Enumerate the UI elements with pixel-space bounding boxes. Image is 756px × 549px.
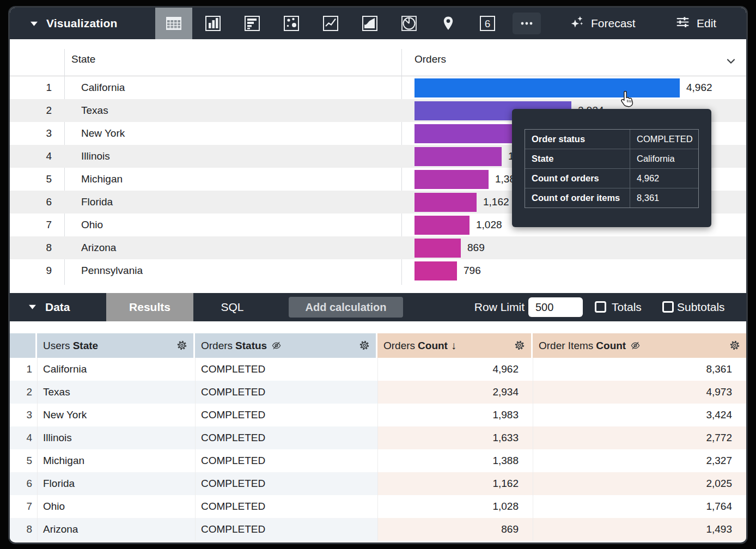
chart-type-more-options-icon[interactable] <box>508 8 545 39</box>
data-column-header-users-state[interactable]: UsersState <box>37 333 193 358</box>
viz-orders-cell: 796 <box>401 259 746 282</box>
visualization-section-toggle[interactable]: Visualization <box>30 8 118 39</box>
viz-row-index: 9 <box>10 259 64 282</box>
data-cell[interactable]: COMPLETED <box>195 381 377 404</box>
viz-state-cell[interactable]: Florida <box>64 191 401 213</box>
chart-type-single-value-icon[interactable]: 6 <box>469 8 506 39</box>
data-cell[interactable]: COMPLETED <box>195 358 377 381</box>
gear-icon[interactable] <box>358 339 370 351</box>
visualization-label: Visualization <box>46 17 118 30</box>
gear-icon[interactable] <box>729 339 741 351</box>
chart-type-line-chart-icon[interactable] <box>312 8 349 39</box>
orders-bar[interactable] <box>414 193 477 212</box>
data-cell[interactable]: COMPLETED <box>195 472 377 495</box>
data-cell[interactable]: 1,388 <box>377 449 533 472</box>
tooltip-field-value: California <box>630 149 698 168</box>
chart-type-table-icon[interactable] <box>155 8 192 39</box>
viz-row-index: 2 <box>10 99 64 122</box>
orders-column-chevron-down-icon[interactable] <box>724 54 737 68</box>
chart-type-map-icon[interactable] <box>430 8 467 39</box>
chart-type-bar-chart-icon[interactable] <box>234 8 271 39</box>
data-column-header-orders-status[interactable]: OrdersStatus <box>195 333 376 358</box>
data-table-row: 6FloridaCOMPLETED1,1622,025 <box>10 472 746 495</box>
data-cell[interactable]: 4,962 <box>377 358 533 381</box>
data-cell[interactable]: COMPLETED <box>195 426 377 449</box>
edit-button[interactable]: Edit <box>675 8 716 39</box>
data-cell[interactable]: 1,162 <box>377 472 533 495</box>
data-cell[interactable]: COMPLETED <box>195 449 377 472</box>
data-column-header-orders-count[interactable]: OrdersCount↓ <box>377 333 531 358</box>
orders-bar[interactable] <box>414 216 470 235</box>
data-cell[interactable]: COMPLETED <box>195 495 377 518</box>
viz-state-cell[interactable]: Pennsylvania <box>64 259 401 282</box>
data-cell[interactable]: New York <box>37 404 195 426</box>
data-column-header-order-items-count[interactable]: Order ItemsCount <box>533 333 746 358</box>
chart-type-area-chart-icon[interactable] <box>351 8 388 39</box>
tooltip-field-label: State <box>525 149 630 168</box>
data-cell[interactable]: 2,772 <box>533 426 746 449</box>
data-row-index: 1 <box>10 358 37 381</box>
data-cell[interactable]: 2,934 <box>377 381 533 404</box>
viz-state-cell[interactable]: Illinois <box>64 145 401 168</box>
viz-state-cell[interactable]: Ohio <box>64 213 401 236</box>
data-cell[interactable]: Ohio <box>37 495 195 518</box>
data-cell[interactable]: Texas <box>37 381 195 404</box>
data-table-row: 5MichiganCOMPLETED1,3882,327 <box>10 449 746 472</box>
data-cell[interactable]: 8,361 <box>533 358 746 381</box>
tab-sql[interactable]: SQL <box>193 293 271 321</box>
totals-checkbox[interactable] <box>595 301 606 313</box>
data-cell[interactable]: 1,764 <box>533 495 746 518</box>
chart-type-column-chart-icon[interactable] <box>194 8 231 39</box>
data-cell[interactable]: 2,327 <box>533 449 746 472</box>
data-cell[interactable]: 1,633 <box>377 426 533 449</box>
viz-state-cell[interactable]: Arizona <box>64 236 401 259</box>
data-cell[interactable]: 3,424 <box>533 404 746 426</box>
orders-bar[interactable] <box>414 170 489 189</box>
data-cell[interactable]: 1,493 <box>533 518 746 541</box>
data-cell[interactable]: 4,973 <box>533 381 746 404</box>
viz-state-cell[interactable]: Texas <box>64 99 401 122</box>
orders-bar[interactable] <box>414 124 521 143</box>
data-table-row: 7OhioCOMPLETED1,0281,764 <box>10 495 746 518</box>
data-section-toggle[interactable]: Data <box>28 293 70 321</box>
data-cell[interactable]: Michigan <box>37 449 195 472</box>
viz-row-index: 8 <box>10 236 64 259</box>
viz-state-cell[interactable]: California <box>64 76 401 99</box>
data-cell[interactable]: COMPLETED <box>195 518 377 541</box>
tooltip-row: StateCalifornia <box>525 149 698 169</box>
data-cell[interactable]: Illinois <box>37 426 195 449</box>
viz-state-cell[interactable]: Michigan <box>64 168 401 191</box>
data-cell[interactable]: 869 <box>377 518 533 541</box>
tooltip-row: Count of order items8,361 <box>525 188 698 208</box>
data-cell[interactable]: 1,028 <box>377 495 533 518</box>
orders-bar[interactable] <box>414 261 457 280</box>
orders-bar[interactable] <box>414 239 461 258</box>
viz-column-header-orders[interactable]: Orders <box>414 53 446 65</box>
row-limit-label: Row Limit <box>456 293 525 321</box>
data-cell[interactable]: 1,983 <box>377 404 533 426</box>
data-cell[interactable]: Arizona <box>37 518 195 541</box>
data-toolbar: Data Results SQL Add calculation Row Lim… <box>10 293 746 321</box>
tooltip-field-label: Order status <box>525 130 630 149</box>
chart-type-pie-chart-icon[interactable] <box>391 8 428 39</box>
subtotals-checkbox[interactable] <box>662 301 674 313</box>
orders-bar[interactable] <box>414 78 680 97</box>
chart-type-scatter-plot-icon[interactable] <box>273 8 310 39</box>
data-cell[interactable]: 2,025 <box>533 472 746 495</box>
data-cell[interactable]: California <box>37 358 195 381</box>
orders-value-label: 4,962 <box>686 76 712 99</box>
header-view-name: Orders <box>383 340 415 352</box>
subtotals-label: Subtotals <box>677 293 725 321</box>
viz-column-header-state[interactable]: State <box>71 53 95 65</box>
gear-icon[interactable] <box>176 339 188 351</box>
data-cell[interactable]: Florida <box>37 472 195 495</box>
orders-bar[interactable] <box>414 147 502 166</box>
tab-results[interactable]: Results <box>106 293 193 321</box>
viz-state-cell[interactable]: New York <box>64 122 401 145</box>
row-limit-input[interactable] <box>528 297 583 317</box>
gear-icon[interactable] <box>514 339 526 351</box>
forecast-button[interactable]: Forecast <box>570 8 636 39</box>
tooltip-field-value: COMPLETED <box>630 130 698 149</box>
add-calculation-button[interactable]: Add calculation <box>289 297 403 318</box>
data-cell[interactable]: COMPLETED <box>195 404 377 426</box>
